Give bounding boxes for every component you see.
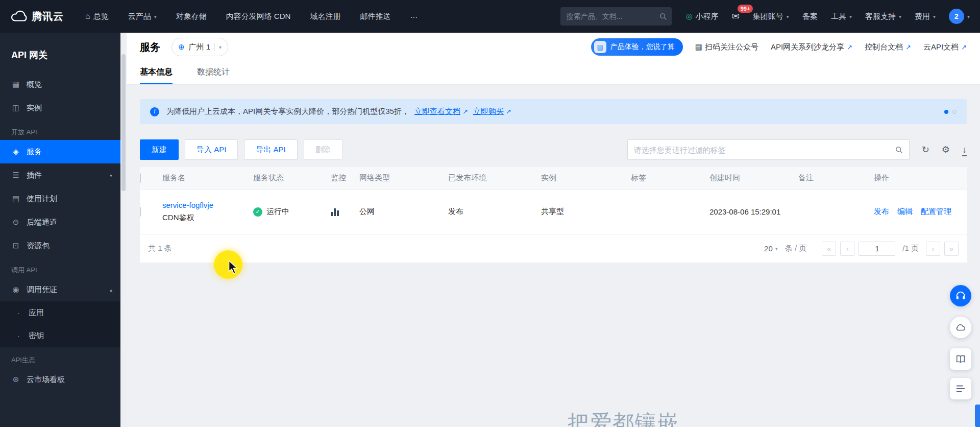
service-name-link[interactable]: service-fogflvje xyxy=(162,201,249,209)
nav-domain-registration[interactable]: 域名注册 xyxy=(310,12,340,21)
external-link-icon: ↗ xyxy=(905,43,911,51)
feedback-button[interactable] xyxy=(950,378,971,399)
download-icon[interactable]: ↓ xyxy=(962,145,967,156)
cloud-assistant-button[interactable] xyxy=(950,317,971,338)
sidebar-item-applications[interactable]: · 应用 xyxy=(0,301,120,324)
sidebar-item-keys[interactable]: · 密钥 xyxy=(0,324,120,347)
search-icon[interactable] xyxy=(895,146,903,154)
avatar: 2 xyxy=(949,9,964,24)
sidebar-item-label: 使用计划 xyxy=(27,194,57,204)
external-link-icon: ↗ xyxy=(847,43,852,51)
nav-cdn[interactable]: 内容分发网络 CDN xyxy=(226,12,291,21)
region-selector[interactable]: ⊕ 广州 1 ▾ xyxy=(172,38,228,56)
tag-filter[interactable] xyxy=(627,139,910,160)
settings-gear-icon[interactable]: ⚙ xyxy=(942,145,950,154)
billing-menu[interactable]: 费用 ▾ xyxy=(915,12,936,21)
chevron-down-icon: ▾ xyxy=(219,44,222,50)
sidebar-item-credentials[interactable]: ◉ 调用凭证 ▴ xyxy=(0,278,120,301)
view-doc-link[interactable]: 立即查看文档 xyxy=(414,107,460,116)
column-header-tag: 标签 xyxy=(627,173,705,183)
sidebar-item-services[interactable]: ◈ 服务 xyxy=(0,140,120,163)
create-button[interactable]: 新建 xyxy=(140,139,179,160)
nav-overview[interactable]: ⌂ 总览 xyxy=(85,12,109,21)
sidebar-item-resource-packs[interactable]: ⊡ 资源包 xyxy=(0,234,120,257)
row-checkbox[interactable] xyxy=(140,207,141,217)
nav-mail-push[interactable]: 邮件推送 xyxy=(360,12,390,21)
refresh-icon[interactable]: ↻ xyxy=(922,145,929,154)
sidebar-section-call-api: 调用 API xyxy=(0,257,120,278)
nav-cloud-products[interactable]: 云产品 ▾ xyxy=(128,12,157,21)
sidebar-item-instances[interactable]: ◫ 实例 xyxy=(0,96,120,120)
home-icon: ⌂ xyxy=(85,12,90,21)
topbar-search[interactable] xyxy=(560,7,672,26)
collapsed-side-panel-tab[interactable] xyxy=(975,405,980,427)
external-link-icon: ↗ xyxy=(961,43,967,51)
sidebar-item-label: 概览 xyxy=(27,80,42,89)
sidebar-item-label: 服务 xyxy=(27,147,42,157)
sidebar-item-cloud-market[interactable]: ⊛ 云市场看板 xyxy=(0,368,120,391)
salon-share-link[interactable]: API网关系列沙龙分享 ↗ xyxy=(771,42,852,52)
nav-more-button[interactable]: ··· xyxy=(410,12,418,21)
sidebar-scrollbar-thumb[interactable] xyxy=(121,54,126,191)
page-header: 服务 ⊕ 广州 1 ▾ ▤ 产品体验，您说了算 ▦ 扫码关注公众号 xyxy=(127,33,980,61)
monitor-chart-icon[interactable] xyxy=(331,208,355,216)
sidebar-item-plugins[interactable]: ☰ 插件 ▾ xyxy=(0,163,120,187)
sidebar-item-overview[interactable]: ▦ 概览 xyxy=(0,73,120,96)
config-manage-action[interactable]: 配置管理 xyxy=(921,207,951,217)
sidebar-item-label: 密钥 xyxy=(29,331,44,341)
edit-action[interactable]: 编辑 xyxy=(897,207,913,217)
product-feedback-button[interactable]: ▤ 产品体验，您说了算 xyxy=(591,38,683,56)
miniprogram-button[interactable]: ◎ 小程序 xyxy=(686,12,719,21)
tag-filter-input[interactable] xyxy=(634,146,895,154)
table-row: service-fogflvje CDN鉴权 ✓ 运行中 公网 发布 共享型 2… xyxy=(140,189,967,234)
prev-page-button[interactable]: ‹ xyxy=(840,242,854,256)
page-title: 服务 xyxy=(140,40,160,54)
tools-menu[interactable]: 工具 ▾ xyxy=(831,12,852,21)
created-time: 2023-08-06 15:29:01 xyxy=(705,207,794,216)
qr-follow-link[interactable]: ▦ 扫码关注公众号 xyxy=(695,42,758,52)
publish-action[interactable]: 发布 xyxy=(874,207,889,217)
sidebar-item-usage-plans[interactable]: ▤ 使用计划 xyxy=(0,187,120,210)
search-icon[interactable] xyxy=(659,12,667,20)
delete-button[interactable]: 删除 xyxy=(304,139,342,160)
sidebar-item-label: 调用凭证 xyxy=(27,285,57,295)
topbar-search-input[interactable] xyxy=(567,12,659,20)
next-page-button[interactable]: › xyxy=(926,242,940,256)
page-number-input[interactable] xyxy=(859,242,895,256)
tencent-cloud-console: 腾讯云 ⌂ 总览 云产品 ▾ 对象存储 内容分发网络 CDN 域名注册 邮件推送 xyxy=(0,0,980,427)
tencent-cloud-logo[interactable]: 腾讯云 xyxy=(10,10,64,23)
product-feedback-label: 产品体验，您说了算 xyxy=(610,42,675,52)
sidebar-item-label: 实例 xyxy=(27,103,42,113)
account-menu[interactable]: 2 ▾ xyxy=(949,9,970,24)
tab-basic-info[interactable]: 基本信息 xyxy=(140,61,173,84)
icp-filing-link[interactable]: 备案 xyxy=(802,12,818,21)
cloud-api-doc-link[interactable]: 云API文档 ↗ xyxy=(923,42,967,52)
console-doc-link[interactable]: 控制台文档 ↗ xyxy=(865,42,911,52)
export-api-button[interactable]: 导出 API xyxy=(244,139,297,160)
chevron-down-icon: ▾ xyxy=(787,14,789,19)
buy-now-link[interactable]: 立即购买 xyxy=(473,107,504,116)
tab-statistics[interactable]: 数据统计 xyxy=(197,61,230,84)
first-page-button[interactable]: « xyxy=(822,242,836,256)
instance-type: 共享型 xyxy=(537,207,627,217)
bullet-icon: · xyxy=(17,331,22,340)
select-all-checkbox[interactable] xyxy=(140,173,141,183)
import-api-button[interactable]: 导入 API xyxy=(185,139,238,160)
page-size-select[interactable]: 20 ▾ xyxy=(764,244,778,253)
documentation-button[interactable] xyxy=(950,348,971,370)
support-menu[interactable]: 客服支持 ▾ xyxy=(865,12,901,21)
chevron-down-icon: ▾ xyxy=(110,173,112,178)
carousel-dot-active[interactable] xyxy=(944,110,948,114)
group-account-label: 集团账号 xyxy=(753,12,783,21)
pagination: 20 ▾ 条 / 页 « ‹ /1 页 › » xyxy=(764,242,959,256)
messages-button[interactable]: ✉ 99+ xyxy=(732,11,740,22)
group-account-menu[interactable]: 集团账号 ▾ xyxy=(753,12,789,21)
last-page-button[interactable]: » xyxy=(944,242,959,256)
nav-object-storage[interactable]: 对象存储 xyxy=(176,12,207,21)
support-chat-button[interactable] xyxy=(950,285,971,306)
nav-mail-push-label: 邮件推送 xyxy=(360,12,390,21)
status-text: 运行中 xyxy=(266,207,289,217)
carousel-dot[interactable] xyxy=(952,110,957,114)
cloud-icon xyxy=(955,322,966,333)
sidebar-item-backend-channels[interactable]: ⊜ 后端通道 xyxy=(0,210,120,234)
